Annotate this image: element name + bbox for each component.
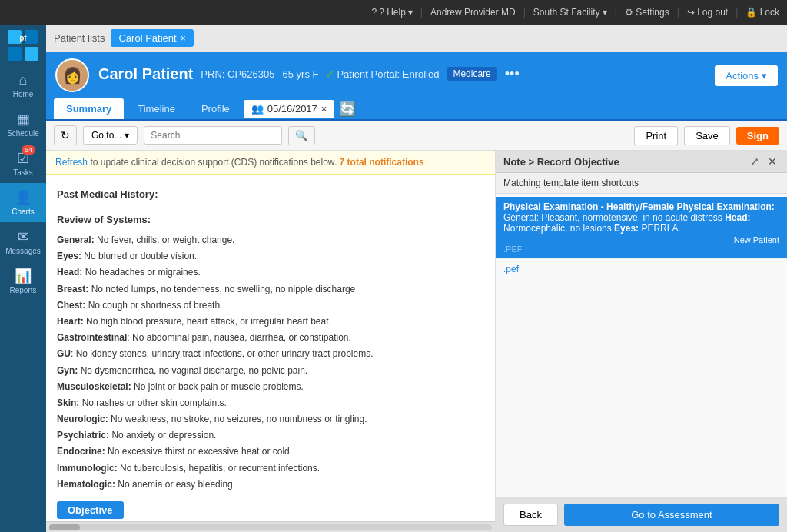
settings-link[interactable]: ⚙ Settings — [625, 7, 669, 18]
tab-timeline[interactable]: Timeline — [125, 98, 188, 119]
more-options-button[interactable]: ••• — [505, 66, 520, 82]
chart-main: Refresh to update clinical decision supp… — [46, 151, 495, 532]
sidebar-item-reports[interactable]: 📊 Reports — [0, 261, 46, 301]
sidebar-item-charts[interactable]: 👤 Charts — [0, 183, 46, 222]
sidebar-label-charts: Charts — [12, 208, 34, 216]
close-note-button[interactable]: ✕ — [765, 155, 779, 168]
main-content: Patient lists Carol Patient × 👩 Carol Pa… — [46, 25, 787, 532]
cds-message: to update clinical decision support (CDS… — [90, 157, 339, 168]
note-panel: Note > Record Objective ⤢ ✕ Matching tem… — [495, 151, 787, 532]
app-logo: pf — [6, 28, 40, 62]
provider-name: Andrew Provider MD — [430, 7, 516, 18]
patient-name: Carol Patient — [98, 65, 193, 83]
symptom-head: Head: No headaches or migraines. — [57, 265, 484, 280]
logout-link[interactable]: ↪ Log out — [687, 7, 728, 18]
template-item-physical-exam[interactable]: Physical Examination - Healthy/Female Ph… — [496, 197, 787, 259]
app-container: pf ⌂ Home ▦ Schedule ☑ 64 Tasks 👤 Charts… — [0, 25, 787, 532]
tasks-badge: 64 — [22, 145, 35, 155]
svg-text:pf: pf — [19, 34, 27, 42]
cds-notifications-link[interactable]: 7 total notifications — [340, 157, 424, 168]
patient-info: Carol Patient PRN: CP626305 65 yrs F ✔ P… — [98, 65, 706, 86]
symptom-breast: Breast: No noted lumps, no tenderness, n… — [57, 282, 484, 297]
sub-nav: Summary Timeline Profile 👥 05/16/2017 × … — [46, 98, 787, 121]
bottom-scrollbar[interactable] — [46, 521, 495, 532]
encounter-tab[interactable]: 👥 05/16/2017 × — [244, 100, 335, 118]
symptom-heart: Heart: No high blood pressure, heart att… — [57, 314, 484, 329]
sidebar-item-home[interactable]: ⌂ Home — [0, 66, 46, 105]
search-icon: 🔍 — [295, 130, 308, 141]
patient-tab-carol[interactable]: Carol Patient × — [111, 29, 193, 47]
tab-summary[interactable]: Summary — [54, 98, 124, 119]
patient-portal-status: ✔ Patient Portal: Enrolled — [326, 68, 439, 80]
encounter-icon: 👥 — [251, 103, 264, 115]
patient-age: 65 yrs F — [282, 68, 318, 80]
symptom-gi: Gastrointestinal: No abdominal pain, nau… — [57, 331, 484, 345]
objective-section: Objective Edit objective — [57, 501, 484, 521]
cds-refresh-link[interactable]: Refresh — [55, 157, 88, 168]
actions-button[interactable]: Actions ▾ — [715, 65, 778, 86]
portal-check-icon: ✔ — [326, 68, 334, 80]
note-panel-title: Note > Record Objective — [503, 156, 619, 168]
close-patient-tab[interactable]: × — [181, 33, 186, 44]
past-medical-history-header: Past Medical History: — [57, 188, 484, 200]
objective-label: Objective — [57, 501, 124, 519]
symptom-general: General: No fever, chills, or weight cha… — [57, 233, 484, 248]
expand-note-button[interactable]: ⤢ — [748, 155, 762, 168]
review-of-systems-header: Review of Systems: — [57, 214, 484, 225]
template-shortcode[interactable]: .pef — [496, 259, 787, 279]
toolbar: ↻ Go to... ▾ 🔍 Print Save Sign — [46, 121, 787, 151]
sidebar-item-tasks[interactable]: ☑ 64 Tasks — [0, 144, 46, 183]
home-icon: ⌂ — [19, 72, 28, 88]
symptom-skin: Skin: No rashes or other skin complaints… — [57, 396, 484, 411]
lock-link[interactable]: 🔒 Lock — [745, 7, 779, 18]
sidebar: pf ⌂ Home ▦ Schedule ☑ 64 Tasks 👤 Charts… — [0, 25, 46, 532]
reports-icon: 📊 — [15, 268, 32, 284]
close-encounter-tab[interactable]: × — [321, 103, 327, 115]
symptom-musculoskeletal: Musculoskeletal: No joint or back pain o… — [57, 380, 484, 394]
sign-button[interactable]: Sign — [736, 127, 779, 145]
symptom-eyes: Eyes: No blurred or double vision. — [57, 249, 484, 264]
symptom-gyn: Gyn: No dysmenorrhea, no vaginal dischar… — [57, 364, 484, 378]
sidebar-item-schedule[interactable]: ▦ Schedule — [0, 105, 46, 144]
messages-icon: ✉ — [18, 228, 29, 245]
charts-icon: 👤 — [15, 189, 32, 206]
patient-avatar: 👩 — [55, 58, 89, 92]
symptom-psychiatric: Psychiatric: No anxiety or depression. — [57, 428, 484, 443]
svg-rect-2 — [8, 47, 22, 61]
back-button[interactable]: Back — [503, 504, 558, 526]
facility-selector[interactable]: South St Facility ▾ — [533, 7, 607, 18]
scrollbar-thumb — [49, 524, 80, 530]
encounter-date: 05/16/2017 — [267, 103, 317, 115]
symptom-gu: GU: No kidney stones, urinary tract infe… — [57, 347, 484, 361]
sidebar-label-messages: Messages — [5, 247, 41, 255]
matching-header: Matching template item shortcuts — [496, 173, 787, 194]
cds-notification-bar: Refresh to update clinical decision supp… — [46, 151, 495, 175]
schedule-icon: ▦ — [17, 111, 30, 128]
save-button[interactable]: Save — [684, 126, 730, 145]
print-button[interactable]: Print — [634, 126, 678, 145]
sidebar-label-tasks: Tasks — [13, 168, 33, 177]
refresh-icon: ↻ — [61, 129, 70, 141]
svg-rect-3 — [25, 47, 38, 61]
symptom-hematologic: Hematologic: No anemia or easy bleeding. — [57, 477, 484, 492]
top-nav: ? ? Help ▾ | Andrew Provider MD | South … — [0, 0, 787, 25]
go-assessment-button[interactable]: Go to Assessment — [564, 504, 779, 526]
sidebar-label-reports: Reports — [9, 286, 36, 294]
patient-header: 👩 Carol Patient PRN: CP626305 65 yrs F ✔… — [46, 52, 787, 98]
sidebar-label-schedule: Schedule — [7, 129, 39, 138]
tab-profile[interactable]: Profile — [189, 98, 242, 119]
refresh-button[interactable]: ↻ — [54, 125, 77, 145]
scrollbar-track — [49, 524, 492, 530]
sidebar-item-messages[interactable]: ✉ Messages — [0, 222, 46, 261]
template-list: Physical Examination - Healthy/Female Ph… — [496, 194, 787, 497]
goto-button[interactable]: Go to... ▾ — [83, 126, 138, 145]
symptom-chest: Chest: No cough or shortness of breath. — [57, 298, 484, 313]
note-panel-footer: Back Go to Assessment — [496, 497, 787, 532]
search-input[interactable] — [144, 126, 282, 145]
search-button[interactable]: 🔍 — [288, 126, 315, 145]
help-link[interactable]: ? ? Help ▾ — [371, 7, 412, 18]
history-button[interactable]: 🔄 — [339, 101, 356, 118]
patient-prn: PRN: CP626305 — [201, 68, 274, 80]
patient-lists-label[interactable]: Patient lists — [54, 32, 105, 44]
chart-scroll-area[interactable]: Past Medical History: Review of Systems:… — [46, 175, 495, 521]
